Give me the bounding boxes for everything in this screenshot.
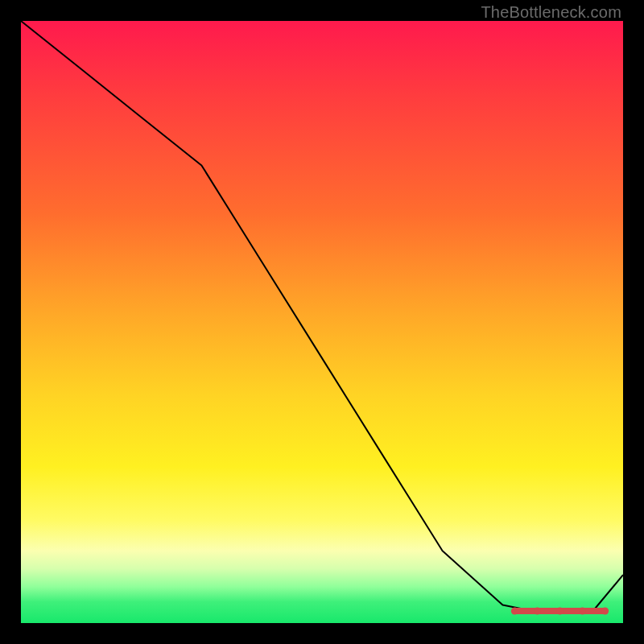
chart-svg <box>21 21 623 623</box>
bottleneck-line <box>21 21 623 611</box>
optimal-range-dot <box>579 608 586 615</box>
chart-frame: TheBottleneck.com <box>0 0 644 644</box>
plot-area <box>21 21 623 623</box>
watermark-text: TheBottleneck.com <box>481 3 621 22</box>
optimal-range-dot <box>556 608 564 615</box>
optimal-range-dot <box>534 608 541 615</box>
optimal-range-dot <box>511 608 518 615</box>
optimal-range-dot <box>601 608 609 615</box>
